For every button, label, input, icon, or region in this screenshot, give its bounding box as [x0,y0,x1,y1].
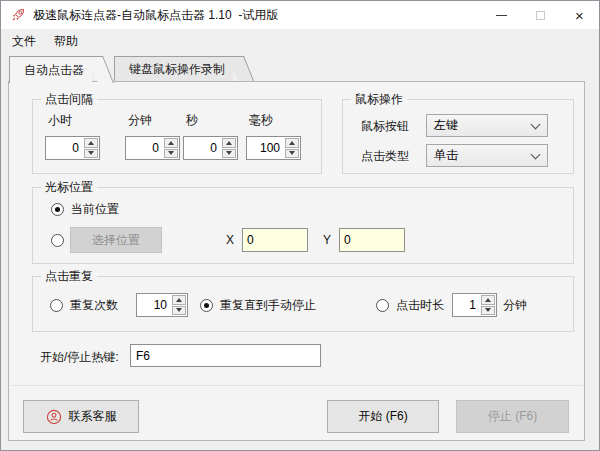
start-button-label: 开始 (F6) [358,408,407,425]
menu-item-help[interactable]: 帮助 [45,29,87,54]
repeat-until-label: 重复直到手动停止 [220,297,316,314]
group-title: 鼠标操作 [351,92,407,107]
current-position-row: 当前位置 [51,201,119,218]
stop-button[interactable]: 停止 (F6) [456,400,569,433]
titlebar: 极速鼠标连点器-自动鼠标点击器 1.10 -试用版 × [1,1,599,29]
footer-separator [10,385,583,386]
repeat-count-spinner[interactable]: 10 [136,293,188,317]
contact-support-label: 联系客服 [69,408,117,425]
app-window: 极速鼠标连点器-自动鼠标点击器 1.10 -试用版 × 文件 帮助 自动点击器 … [0,0,600,451]
radio-click-duration[interactable] [376,299,389,312]
minimize-icon [496,15,507,16]
spin-up-button[interactable] [164,138,178,148]
mouse-button-label: 鼠标按钮 [361,118,409,135]
tab-keyboard-mouse-record[interactable]: 键盘鼠标操作录制 [114,56,233,81]
minutes-value[interactable]: 0 [126,137,163,159]
y-input[interactable]: 0 [339,228,405,252]
triangle-down-icon [176,308,182,312]
spin-down-button[interactable] [84,149,98,159]
click-duration-label: 点击时长 [396,297,444,314]
x-label: X [226,233,234,247]
stop-button-label: 停止 (F6) [488,408,537,425]
group-click-repeat: 点击重复 重复次数 10 重复直到手动停止 点击时长 1 [32,276,574,332]
spin-buttons [221,137,237,159]
spin-down-button[interactable] [481,306,495,316]
seconds-label: 秒 [186,112,198,129]
hotkey-label: 开始/停止热键: [40,349,119,366]
duration-value[interactable]: 1 [453,294,480,316]
contact-support-button[interactable]: 联系客服 [23,400,139,433]
click-type-select[interactable]: 单击 [426,144,548,167]
window-title: 极速鼠标连点器-自动鼠标点击器 1.10 -试用版 [33,7,278,24]
milliseconds-spinner[interactable]: 100 [246,136,301,160]
x-input[interactable]: 0 [242,228,308,252]
y-label: Y [323,233,331,247]
spin-down-button[interactable] [285,149,299,159]
spin-down-button[interactable] [164,149,178,159]
close-icon: × [575,8,584,23]
hours-label: 小时 [48,112,72,129]
spin-buttons [163,137,179,159]
milliseconds-label: 毫秒 [249,112,273,129]
spin-up-button[interactable] [222,138,236,148]
menubar: 文件 帮助 [1,29,599,54]
triangle-up-icon [485,298,491,302]
minutes-spinner[interactable]: 0 [125,136,180,160]
tabstrip: 自动点击器 键盘鼠标操作录制 [9,56,255,83]
minimize-button[interactable] [482,1,521,29]
window-controls: × [482,1,599,29]
triangle-up-icon [289,141,295,145]
seconds-spinner[interactable]: 0 [183,136,238,160]
radio-repeat-until-stop[interactable] [200,299,213,312]
group-title: 点击间隔 [41,92,97,107]
spin-buttons [284,137,300,159]
contact-person-icon [46,409,62,425]
chevron-down-icon [531,119,541,129]
close-button[interactable]: × [560,1,599,29]
spin-down-button[interactable] [172,306,186,316]
triangle-down-icon [289,151,295,155]
radio-current-position[interactable] [51,203,64,216]
minutes-label: 分钟 [128,112,152,129]
repeat-count-label: 重复次数 [70,297,118,314]
spin-up-button[interactable] [84,138,98,148]
content-panel: 点击间隔 小时 0 分钟 0 秒 0 [8,81,585,441]
spin-up-button[interactable] [285,138,299,148]
spin-buttons [171,294,187,316]
pick-position-button[interactable]: 选择位置 [70,227,162,253]
start-button[interactable]: 开始 (F6) [327,400,439,433]
triangle-down-icon [88,151,94,155]
radio-repeat-count[interactable] [50,299,63,312]
triangle-down-icon [226,151,232,155]
chevron-down-icon [531,149,541,159]
hotkey-input[interactable]: F6 [130,344,321,367]
spin-up-button[interactable] [481,295,495,305]
group-mouse-action: 鼠标操作 鼠标按钮 左键 点击类型 单击 [342,99,574,174]
group-click-interval: 点击间隔 小时 0 分钟 0 秒 0 [32,99,322,174]
menu-item-file[interactable]: 文件 [3,29,45,54]
seconds-value[interactable]: 0 [184,137,221,159]
hours-spinner[interactable]: 0 [45,136,100,160]
spin-up-button[interactable] [172,295,186,305]
rocket-app-icon [10,7,26,23]
maximize-button[interactable] [521,1,560,29]
repeat-count-value[interactable]: 10 [137,294,171,316]
milliseconds-value[interactable]: 100 [247,137,284,159]
group-title: 光标位置 [41,180,97,195]
group-cursor-position: 光标位置 当前位置 选择位置 X 0 Y 0 [32,187,574,264]
tab-auto-clicker[interactable]: 自动点击器 [9,56,92,83]
radio-pick-position[interactable] [51,234,64,247]
triangle-up-icon [226,141,232,145]
mouse-button-select[interactable]: 左键 [426,114,548,137]
click-type-label: 点击类型 [361,148,409,165]
duration-spinner[interactable]: 1 [452,293,497,317]
hours-value[interactable]: 0 [46,137,83,159]
spin-down-button[interactable] [222,149,236,159]
pick-position-row: 选择位置 X 0 Y 0 [51,227,405,253]
tab-label: 自动点击器 [24,62,84,79]
duration-unit-label: 分钟 [503,297,527,314]
triangle-up-icon [176,298,182,302]
spin-buttons [83,137,99,159]
mouse-button-value: 左键 [434,117,458,134]
triangle-up-icon [88,141,94,145]
